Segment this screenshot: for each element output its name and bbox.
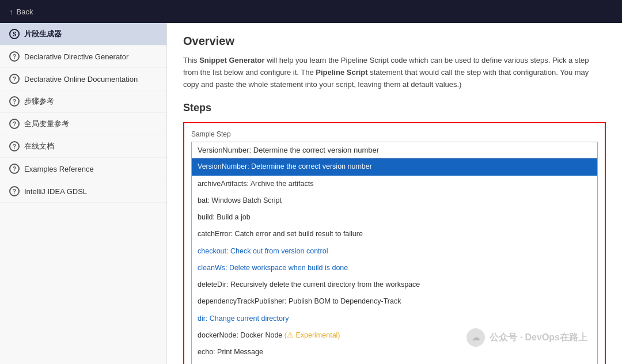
sidebar-item-declarative-directive[interactable]: ? Declarative Directive Generator [0,46,166,68]
experimental-warning: (⚠ Experimental) [285,331,340,339]
top-bar: ↑ Back [0,0,622,23]
item-text: catchError: Catch error and set build re… [198,230,363,238]
pipeline-script-bold: Pipeline Script [316,68,367,77]
sidebar-label-step-reference: 步骤参考 [24,96,54,107]
item-text: build: Build a job [198,213,251,221]
sidebar-icon-declarative-online: ? [9,74,20,84]
dropdown-item[interactable]: dependencyTrackPublisher: Publish BOM to… [192,293,597,310]
dropdown-item[interactable]: dir: Change current directory [192,310,597,327]
sidebar-icon-intellij-gdsl: ? [9,186,20,196]
item-text: dockerNode: Docker Node [198,331,285,339]
sidebar: S 片段生成器 ? Declarative Directive Generato… [0,23,167,364]
dropdown-list: VersionNumber: Determine the correct ver… [191,158,598,364]
steps-container: Sample Step VersionNumber: Determine the… [183,122,606,364]
dropdown-item[interactable]: bat: Windows Batch Script [192,192,597,209]
snippet-generator-bold: Snippet Generator [199,56,264,65]
sidebar-icon-snippet-gen: S [9,29,20,39]
content-area: Overview This Snippet Generator will hel… [167,23,622,364]
sidebar-label-examples: Examples Reference [24,165,94,173]
dropdown-item[interactable]: checkout: Check out from version control [192,243,597,260]
sidebar-icon-global-vars: ? [9,119,20,129]
overview-paragraph: This Snippet Generator will help you lea… [183,55,606,90]
sidebar-icon-examples: ? [9,164,20,174]
sidebar-icon-online-docs: ? [9,141,20,151]
item-text: checkout: Check out from version control [198,247,328,255]
sidebar-icon-step-reference: ? [9,96,20,107]
sidebar-label-global-vars: 全局变量参考 [24,119,69,129]
dropdown-item[interactable]: build: Build a job [192,209,597,226]
back-button[interactable]: ↑ Back [9,7,33,16]
sidebar-item-intellij-gdsl[interactable]: ? IntelliJ IDEA GDSL [0,180,166,203]
dropdown-item[interactable]: echo: Print Message [192,344,597,361]
sample-step-label: Sample Step [191,130,598,138]
dropdown-item[interactable]: archiveArtifacts: Archive the artifacts [192,176,597,192]
sidebar-item-online-docs[interactable]: ? 在线文档 [0,135,166,158]
dropdown-item[interactable]: catchError: Catch error and set build re… [192,226,597,242]
step-search-input[interactable] [191,142,598,158]
sidebar-item-global-vars[interactable]: ? 全局变量参考 [0,113,166,135]
sidebar-label-snippet-gen: 片段生成器 [24,29,62,39]
item-text: cleanWs: Delete workspace when build is … [198,264,348,272]
step-input-row [191,142,598,158]
item-text: dependencyTrackPublisher: Publish BOM to… [198,297,401,305]
sidebar-item-declarative-online[interactable]: ? Declarative Online Documentation [0,68,166,90]
sidebar-item-step-reference[interactable]: ? 步骤参考 [0,90,166,113]
dropdown-item[interactable]: emailext: Extended Email [192,361,597,364]
item-text: dir: Change current directory [198,314,289,323]
page-title: Overview [183,35,606,48]
item-text: bat: Windows Batch Script [198,196,282,204]
item-text: echo: Print Message [198,348,263,356]
sidebar-item-snippet-gen[interactable]: S 片段生成器 [0,23,166,46]
item-text: archiveArtifacts: Archive the artifacts [198,180,313,188]
item-text: VersionNumber: Determine the correct ver… [198,162,372,170]
sidebar-label-intellij-gdsl: IntelliJ IDEA GDSL [24,187,87,196]
back-label: Back [17,7,33,16]
dropdown-item[interactable]: cleanWs: Delete workspace when build is … [192,260,597,276]
main-layout: S 片段生成器 ? Declarative Directive Generato… [0,23,622,364]
dropdown-item[interactable]: deleteDir: Recursively delete the curren… [192,276,597,293]
sidebar-item-examples[interactable]: ? Examples Reference [0,158,166,180]
steps-title: Steps [183,102,606,114]
item-text: deleteDir: Recursively delete the curren… [198,280,420,289]
dropdown-item[interactable]: VersionNumber: Determine the correct ver… [192,158,597,175]
dropdown-item[interactable]: dockerNode: Docker Node (⚠ Experimental) [192,327,597,344]
sidebar-label-declarative-directive: Declarative Directive Generator [24,52,128,61]
back-arrow-icon: ↑ [9,7,13,16]
sidebar-label-online-docs: 在线文档 [24,141,54,151]
sidebar-icon-declarative-directive: ? [9,51,20,62]
sidebar-label-declarative-online: Declarative Online Documentation [24,75,138,84]
